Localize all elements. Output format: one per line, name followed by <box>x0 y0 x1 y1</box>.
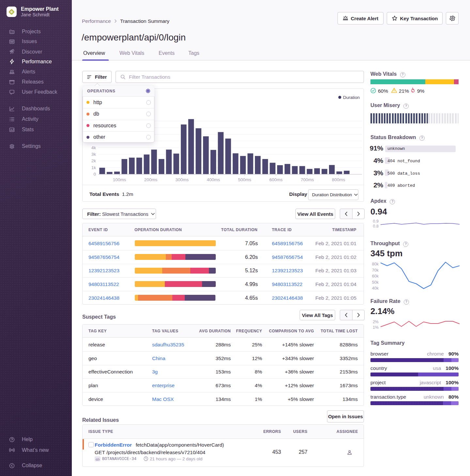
svg-text:800ms: 800ms <box>332 177 345 182</box>
svg-text:0: 0 <box>93 172 96 177</box>
svg-text:700ms: 700ms <box>301 177 314 182</box>
svg-text:300ms: 300ms <box>176 177 189 182</box>
svg-text:1k: 1k <box>91 165 96 170</box>
svg-text:500ms: 500ms <box>238 177 251 182</box>
svg-text:2k: 2k <box>91 158 96 163</box>
svg-text:200ms: 200ms <box>144 177 158 182</box>
svg-text:3k: 3k <box>91 152 96 157</box>
svg-text:100ms: 100ms <box>113 177 126 182</box>
svg-text:600ms: 600ms <box>269 177 283 182</box>
svg-text:400ms: 400ms <box>207 177 220 182</box>
svg-text:Duration: Duration <box>343 95 360 100</box>
svg-text:4k: 4k <box>91 145 96 150</box>
